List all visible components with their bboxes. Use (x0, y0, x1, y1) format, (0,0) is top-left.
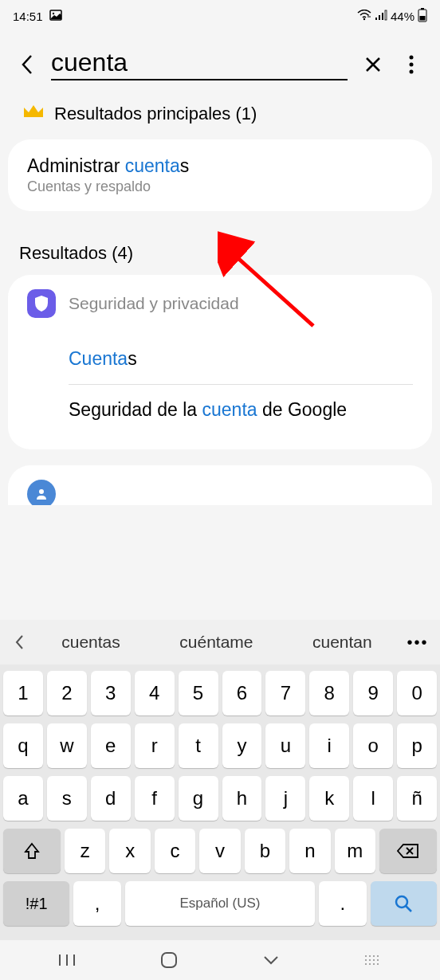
svg-rect-9 (420, 16, 426, 21)
battery-text: 44% (391, 10, 414, 23)
svg-point-30 (369, 963, 371, 965)
svg-point-15 (396, 896, 407, 907)
accounts-icon (27, 480, 56, 505)
key-h[interactable]: h (222, 776, 262, 821)
key-w[interactable]: w (47, 723, 87, 768)
suggestion-2[interactable]: cuéntame (171, 629, 261, 655)
more-menu-button[interactable] (399, 52, 424, 77)
category-header: Seguridad y privacidad (27, 289, 413, 318)
svg-point-23 (373, 955, 375, 957)
key-n[interactable]: n (289, 829, 330, 873)
nav-keyboard-toggle[interactable] (357, 944, 389, 976)
key-t[interactable]: t (179, 723, 218, 768)
key-search[interactable] (371, 881, 437, 926)
key-7[interactable]: 7 (265, 671, 305, 715)
svg-point-22 (369, 955, 371, 957)
status-bar: 14:51 44% (0, 0, 440, 32)
key-y[interactable]: y (222, 723, 262, 768)
svg-point-28 (377, 959, 379, 961)
suggestion-bar: cuentas cuéntame cuentan ••• (0, 620, 440, 664)
key-space[interactable]: Español (US) (125, 881, 315, 926)
key-comma[interactable]: , (73, 881, 121, 926)
key-p[interactable]: p (397, 723, 437, 768)
key-8[interactable]: 8 (309, 671, 349, 715)
result-title: Administrar cuentas (27, 155, 413, 177)
nav-home[interactable] (153, 944, 185, 976)
result-manage-accounts[interactable]: Administrar cuentas Cuentas y respaldo (8, 139, 432, 211)
key-o[interactable]: o (353, 723, 393, 768)
result-accounts[interactable]: Cuentas (27, 334, 413, 384)
key-enye[interactable]: ñ (397, 776, 437, 821)
status-time: 14:51 (13, 10, 43, 23)
key-3[interactable]: 3 (91, 671, 131, 715)
key-r[interactable]: r (135, 723, 175, 768)
crown-icon (22, 103, 45, 125)
svg-rect-3 (375, 18, 377, 20)
key-u[interactable]: u (265, 723, 305, 768)
suggestion-back[interactable] (6, 634, 32, 650)
svg-rect-5 (382, 13, 383, 20)
key-period[interactable]: . (319, 881, 367, 926)
signal-icon (375, 10, 387, 23)
keyboard: cuentas cuéntame cuentan ••• 1 2 3 4 5 6… (0, 620, 440, 980)
top-results-header: Resultados principales (1) (0, 88, 440, 139)
key-z[interactable]: z (65, 829, 105, 873)
clear-button[interactable] (360, 52, 386, 77)
gallery-icon (49, 9, 62, 24)
wifi-icon (357, 10, 371, 23)
key-1[interactable]: 1 (3, 671, 43, 715)
key-f[interactable]: f (135, 776, 175, 821)
svg-point-31 (373, 963, 375, 965)
key-v[interactable]: v (199, 829, 240, 873)
key-c[interactable]: c (155, 829, 195, 873)
key-6[interactable]: 6 (222, 671, 262, 715)
svg-point-27 (373, 959, 375, 961)
search-header: cuenta (0, 32, 440, 88)
key-j[interactable]: j (265, 776, 305, 821)
back-button[interactable] (16, 53, 38, 76)
svg-point-21 (365, 955, 367, 957)
key-e[interactable]: e (91, 723, 131, 768)
key-g[interactable]: g (179, 776, 218, 821)
nav-recents[interactable] (51, 944, 83, 976)
svg-point-24 (377, 955, 379, 957)
key-b[interactable]: b (245, 829, 285, 873)
suggestion-1[interactable]: cuentas (53, 629, 128, 655)
result-google-security[interactable]: Seguridad de la cuenta de Google (27, 385, 413, 435)
key-4[interactable]: 4 (135, 671, 175, 715)
battery-icon (418, 8, 427, 25)
key-5[interactable]: 5 (179, 671, 218, 715)
svg-point-10 (410, 55, 414, 59)
top-results-label: Resultados principales (1) (54, 104, 257, 124)
result-subtitle: Cuentas y respaldo (27, 178, 413, 195)
nav-back[interactable] (255, 944, 287, 976)
key-backspace[interactable] (379, 829, 437, 873)
svg-rect-4 (379, 15, 380, 20)
key-0[interactable]: 0 (397, 671, 437, 715)
key-m[interactable]: m (335, 829, 375, 873)
key-s[interactable]: s (47, 776, 87, 821)
suggestion-3[interactable]: cuentan (304, 629, 380, 655)
key-a[interactable]: a (3, 776, 43, 821)
suggestion-more[interactable]: ••• (402, 633, 434, 652)
key-x[interactable]: x (109, 829, 150, 873)
svg-point-11 (410, 62, 414, 66)
search-input[interactable]: cuenta (51, 48, 348, 80)
top-result-card: Administrar cuentas Cuentas y respaldo (8, 139, 432, 211)
key-shift[interactable] (3, 829, 61, 873)
svg-point-32 (377, 963, 379, 965)
svg-point-25 (365, 959, 367, 961)
key-9[interactable]: 9 (353, 671, 393, 715)
key-q[interactable]: q (3, 723, 43, 768)
svg-line-16 (406, 906, 411, 911)
shield-icon (27, 289, 56, 318)
key-i[interactable]: i (309, 723, 349, 768)
svg-point-12 (410, 69, 414, 73)
svg-point-1 (52, 12, 53, 14)
key-k[interactable]: k (309, 776, 349, 821)
navigation-bar (0, 940, 440, 980)
key-2[interactable]: 2 (47, 671, 87, 715)
key-l[interactable]: l (353, 776, 393, 821)
key-d[interactable]: d (91, 776, 131, 821)
key-symbols[interactable]: !#1 (3, 881, 69, 926)
